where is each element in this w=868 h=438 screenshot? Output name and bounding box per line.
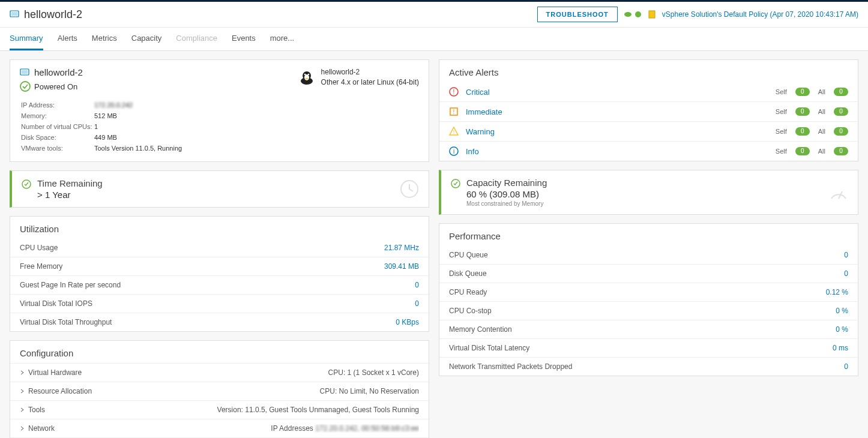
disk-value: 449 MB bbox=[94, 133, 182, 142]
perf-value[interactable]: 0 % bbox=[836, 325, 848, 334]
perf-label: Virtual Disk Total Latency bbox=[449, 344, 529, 352]
ip-label: IP Address: bbox=[21, 100, 93, 110]
gauge-icon bbox=[829, 183, 848, 202]
alert-row-critical[interactable]: ! Critical Self0 All0 bbox=[439, 82, 858, 102]
util-label: Virtual Disk Total IOPS bbox=[20, 299, 92, 308]
policy-text[interactable]: vSphere Solution's Default Policy (Apr 0… bbox=[662, 10, 858, 19]
os-type: Other 4.x or later Linux (64-bit) bbox=[321, 77, 419, 88]
vm-name: helloworld-2 bbox=[34, 67, 83, 77]
check-icon bbox=[451, 179, 460, 188]
vm-icon bbox=[10, 10, 19, 19]
policy-icon bbox=[648, 10, 656, 19]
status-green-icon bbox=[624, 11, 632, 17]
config-row[interactable]: Tools Version: 11.0.5, Guest Tools Unman… bbox=[10, 400, 429, 419]
linux-icon bbox=[298, 69, 315, 86]
tools-label: VMware tools: bbox=[21, 143, 93, 153]
critical-icon: ! bbox=[449, 87, 459, 97]
perf-label: Memory Contention bbox=[449, 325, 512, 334]
troubleshoot-button[interactable]: TROUBLESHOOT bbox=[537, 7, 618, 22]
svg-rect-1 bbox=[11, 12, 17, 16]
tab-compliance[interactable]: Compliance bbox=[176, 28, 217, 50]
os-name: helloworld-2 bbox=[321, 67, 419, 77]
config-row[interactable]: Resource Allocation CPU: No Limit, No Re… bbox=[10, 382, 429, 400]
util-value[interactable]: 0 KBps bbox=[396, 318, 419, 326]
config-row[interactable]: Virtual Hardware CPU: 1 (1 Socket x 1 vC… bbox=[10, 363, 429, 382]
perf-label: CPU Queue bbox=[449, 251, 488, 259]
perf-value[interactable]: 0.12 % bbox=[826, 288, 848, 296]
alert-row-immediate[interactable]: ! Immediate Self0 All0 bbox=[439, 102, 858, 122]
util-value[interactable]: 21.87 MHz bbox=[384, 244, 419, 252]
check-icon bbox=[22, 179, 31, 189]
chevron-right-icon bbox=[20, 426, 25, 431]
mem-label: Memory: bbox=[21, 111, 93, 121]
svg-rect-6 bbox=[22, 70, 28, 74]
disk-label: Disk Space: bbox=[21, 133, 93, 142]
util-value[interactable]: 0 bbox=[415, 281, 419, 289]
chevron-right-icon bbox=[20, 407, 25, 412]
svg-text:!: ! bbox=[453, 109, 455, 115]
tab-alerts[interactable]: Alerts bbox=[58, 28, 77, 50]
active-alerts-title: Active Alerts bbox=[439, 60, 858, 82]
svg-point-3 bbox=[635, 11, 641, 17]
perf-value[interactable]: 0 bbox=[844, 269, 848, 278]
perf-label: CPU Co-stop bbox=[449, 307, 492, 315]
util-label: Virtual Disk Total Throughput bbox=[20, 318, 112, 326]
tab-capacity[interactable]: Capacity bbox=[131, 28, 162, 50]
tools-value: Tools Version 11.0.5, Running bbox=[94, 143, 182, 153]
vcpu-value: 1 bbox=[94, 122, 182, 131]
svg-point-2 bbox=[624, 12, 631, 17]
tab-summary[interactable]: Summary bbox=[10, 28, 43, 50]
capacity-sub: Most constrained by Memory bbox=[466, 200, 547, 207]
capacity-remaining-card: Capacity Remaining 60 % (309.08 MB) Most… bbox=[439, 170, 858, 215]
perf-label: Network Transmitted Packets Dropped bbox=[449, 362, 572, 371]
vm-summary-card: helloworld-2 Powered On helloworld-2 Oth… bbox=[10, 59, 429, 162]
tab-events[interactable]: Events bbox=[232, 28, 256, 50]
tab-more[interactable]: more... bbox=[270, 28, 294, 50]
powered-on-icon bbox=[20, 81, 31, 92]
util-label: Guest Page In Rate per second bbox=[20, 281, 121, 289]
page-title: helloworld-2 bbox=[24, 8, 82, 21]
config-row[interactable]: Network IP Addresses 172.20.0.242, 00:50… bbox=[10, 419, 429, 437]
util-label: CPU Usage bbox=[20, 244, 58, 252]
time-remaining-card: Time Remaining > 1 Year bbox=[10, 170, 429, 208]
svg-text:!: ! bbox=[453, 129, 455, 135]
perf-label: Disk Queue bbox=[449, 269, 487, 278]
performance-card: Performance CPU Queue0 Disk Queue0 CPU R… bbox=[439, 223, 858, 376]
warning-icon: ! bbox=[449, 127, 459, 136]
tab-metrics[interactable]: Metrics bbox=[92, 28, 117, 50]
perf-value[interactable]: 0 % bbox=[836, 307, 848, 315]
tabs: Summary Alerts Metrics Capacity Complian… bbox=[0, 28, 868, 51]
immediate-icon: ! bbox=[449, 107, 459, 116]
util-value[interactable]: 309.41 MB bbox=[384, 262, 419, 271]
info-icon: i bbox=[449, 146, 459, 156]
perf-value[interactable]: 0 bbox=[844, 362, 848, 371]
alert-row-warning[interactable]: ! Warning Self0 All0 bbox=[439, 122, 858, 142]
svg-rect-4 bbox=[649, 11, 655, 18]
perf-value[interactable]: 0 ms bbox=[833, 344, 848, 352]
vcpu-label: Number of virtual CPUs: bbox=[21, 122, 93, 131]
power-status: Powered On bbox=[34, 82, 77, 91]
perf-value[interactable]: 0 bbox=[844, 251, 848, 259]
configuration-title: Configuration bbox=[10, 341, 429, 363]
capacity-title: Capacity Remaining bbox=[466, 178, 547, 188]
alert-row-info[interactable]: i Info Self0 All0 bbox=[439, 142, 858, 161]
status-badge-icon bbox=[634, 11, 642, 18]
util-label: Free Memory bbox=[20, 262, 62, 271]
util-value[interactable]: 0 bbox=[415, 299, 419, 308]
ip-value: 172.20.0.242 bbox=[94, 100, 182, 110]
capacity-value: 60 % (309.08 MB) bbox=[466, 189, 547, 199]
page-header: helloworld-2 TROUBLESHOOT vSphere Soluti… bbox=[0, 2, 868, 28]
svg-text:i: i bbox=[453, 148, 454, 155]
mem-value: 512 MB bbox=[94, 111, 182, 121]
chevron-right-icon bbox=[20, 370, 25, 375]
clock-icon bbox=[400, 179, 419, 199]
utilization-card: Utilization CPU Usage21.87 MHz Free Memo… bbox=[10, 216, 429, 332]
svg-point-11 bbox=[304, 73, 306, 75]
perf-label: CPU Ready bbox=[449, 288, 487, 296]
time-remaining-value: > 1 Year bbox=[37, 190, 103, 200]
utilization-title: Utilization bbox=[10, 217, 429, 239]
chevron-right-icon bbox=[20, 389, 25, 394]
svg-point-7 bbox=[20, 82, 30, 91]
svg-text:!: ! bbox=[453, 89, 455, 95]
vm-icon bbox=[20, 68, 29, 77]
